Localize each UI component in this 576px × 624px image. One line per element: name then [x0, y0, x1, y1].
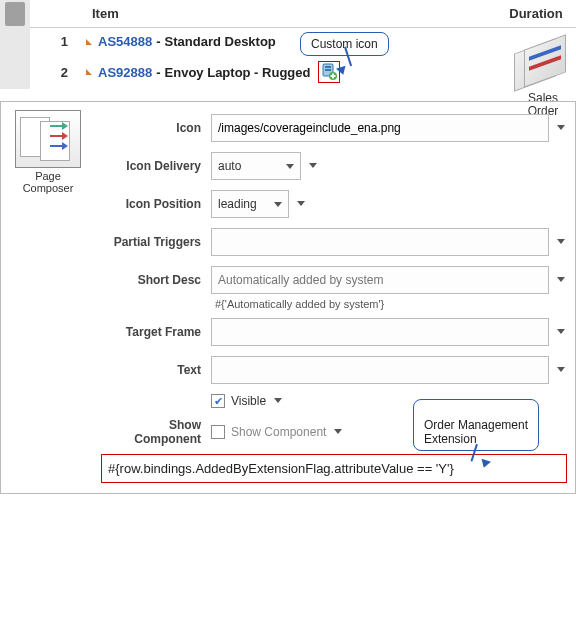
callout-order-management-extension: Order Management Extension: [413, 399, 539, 451]
item-sep: -: [156, 34, 160, 49]
item-sep: -: [156, 65, 160, 80]
item-name: Envoy Laptop - Rugged: [165, 65, 311, 80]
icon-delivery-expression-menu[interactable]: [307, 160, 319, 172]
partial-triggers-label: Partial Triggers: [101, 235, 211, 249]
coverage-include-icon[interactable]: [320, 63, 338, 81]
visible-label: Visible: [231, 394, 266, 408]
person-card-icon: [5, 2, 25, 26]
visible-checkbox[interactable]: [211, 394, 225, 408]
col-header-item: Item: [86, 0, 496, 27]
short-desc-label: Short Desc: [101, 273, 211, 287]
callout-label: Order Management Extension: [424, 418, 528, 446]
table-row[interactable]: 2 AS92888 - Envoy Laptop - Rugged: [30, 55, 576, 89]
item-code-link[interactable]: AS92888: [98, 65, 152, 80]
page-composer-block[interactable]: Page Composer: [11, 110, 85, 194]
svg-rect-5: [331, 75, 336, 77]
expand-icon[interactable]: [86, 69, 92, 75]
target-frame-expression-menu[interactable]: [555, 326, 567, 338]
card-stack-icon: [514, 40, 572, 90]
icon-position-select[interactable]: leading: [211, 190, 289, 218]
item-name: Standard Desktop: [165, 34, 276, 49]
col-header-duration: Duration: [496, 0, 576, 27]
row-number: 1: [30, 34, 86, 49]
show-component-expression-menu[interactable]: [332, 426, 344, 438]
icon-label: Icon: [101, 121, 211, 135]
row-number: 2: [30, 65, 86, 80]
partial-triggers-input[interactable]: [211, 228, 549, 256]
icon-input[interactable]: [211, 114, 549, 142]
target-frame-input[interactable]: [211, 318, 549, 346]
partial-triggers-expression-menu[interactable]: [555, 236, 567, 248]
icon-expression-menu[interactable]: [555, 122, 567, 134]
show-component-checkbox[interactable]: [211, 425, 225, 439]
callout-label: Custom icon: [311, 37, 378, 51]
svg-rect-2: [325, 69, 331, 71]
page-composer-icon: [15, 110, 81, 168]
callout-custom-icon: Custom icon: [300, 32, 389, 56]
svg-rect-1: [325, 66, 331, 68]
show-component-text: Show Component: [231, 425, 326, 439]
text-expression-menu[interactable]: [555, 364, 567, 376]
icon-position-expression-menu[interactable]: [295, 198, 307, 210]
item-code-link[interactable]: AS54888: [98, 34, 152, 49]
text-input[interactable]: [211, 356, 549, 384]
visible-expression-menu[interactable]: [272, 395, 284, 407]
icon-position-label: Icon Position: [101, 197, 211, 211]
target-frame-label: Target Frame: [101, 325, 211, 339]
short-desc-expression-hint: #{'Automatically added by system'}: [211, 298, 567, 310]
show-component-label: Show Component: [101, 418, 211, 446]
properties-panel: Page Composer Icon Icon Delivery auto Ic…: [0, 101, 576, 494]
icon-delivery-select[interactable]: auto: [211, 152, 301, 180]
page-composer-label: Page Composer: [11, 170, 85, 194]
left-gutter: [0, 0, 30, 89]
show-component-expression: #{row.bindings.AddedByExtensionFlag.attr…: [101, 454, 567, 483]
text-label: Text: [101, 363, 211, 377]
expand-icon[interactable]: [86, 39, 92, 45]
icon-delivery-label: Icon Delivery: [101, 159, 211, 173]
short-desc-expression-menu[interactable]: [555, 274, 567, 286]
short-desc-input[interactable]: [211, 266, 549, 294]
